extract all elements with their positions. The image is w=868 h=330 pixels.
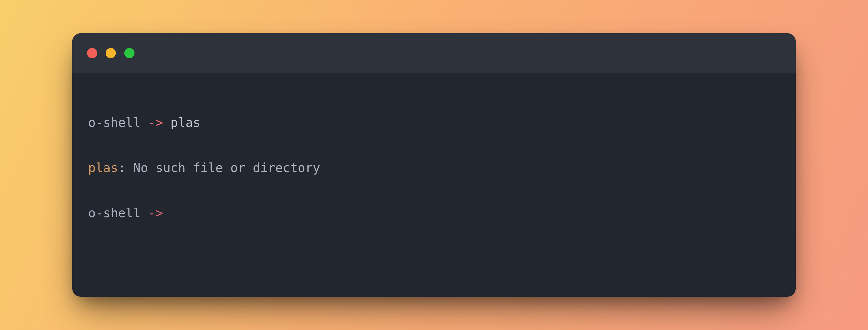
maximize-icon[interactable]: [124, 48, 134, 58]
command-text: [163, 206, 170, 220]
minimize-icon[interactable]: [106, 48, 116, 58]
titlebar: [72, 33, 796, 73]
terminal-line: o-shell ->: [88, 202, 780, 224]
prompt-arrow: ->: [148, 115, 163, 130]
terminal-body[interactable]: o-shell -> plas plas: No such file or di…: [72, 73, 796, 297]
error-message: : No such file or directory: [118, 160, 320, 175]
prompt-text: o-shell: [88, 206, 148, 220]
prompt-text: o-shell: [88, 115, 148, 130]
prompt-arrow: ->: [148, 206, 163, 220]
close-icon[interactable]: [87, 48, 97, 58]
error-name: plas: [88, 160, 118, 175]
terminal-line: o-shell -> plas: [88, 111, 780, 134]
terminal-window: o-shell -> plas plas: No such file or di…: [72, 33, 796, 297]
terminal-line: plas: No such file or directory: [88, 156, 780, 179]
command-text: plas: [163, 115, 200, 130]
